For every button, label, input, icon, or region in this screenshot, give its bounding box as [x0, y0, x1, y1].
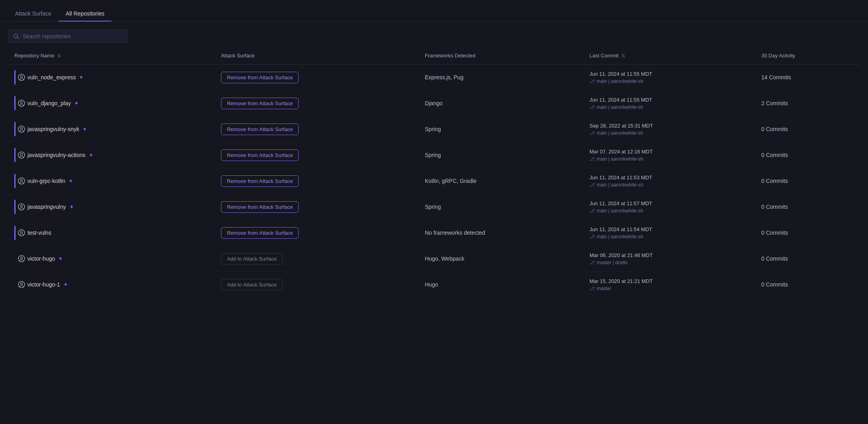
svg-point-11: [21, 179, 23, 181]
frameworks-text: Django: [425, 100, 442, 106]
repositories-table-wrapper: Repository Name ⇅ Attack Surface Framewo…: [0, 47, 868, 298]
remove-from-surface-button[interactable]: Remove from Attack Surface: [221, 98, 299, 109]
attack-surface-cell: Remove from Attack Surface: [215, 65, 418, 90]
attack-surface-cell: Remove from Attack Surface: [215, 168, 418, 194]
attack-surface-cell: Remove from Attack Surface: [215, 142, 418, 168]
sort-icon-commit: ⇅: [622, 53, 625, 59]
commit-date: Jun 11, 2024 at 11:57 MDT: [589, 200, 749, 206]
commit-date: Jun 11, 2024 at 11:55 MDT: [589, 97, 749, 103]
add-to-surface-button[interactable]: Add to Attack Surface: [221, 253, 283, 265]
frameworks-cell: Spring: [418, 142, 583, 168]
commit-info: Mar 07, 2024 at 12:16 MDT ⎇ main | aaron…: [589, 149, 749, 162]
commit-info: Jun 11, 2024 at 11:57 MDT ⎇ main | aaron…: [589, 200, 749, 214]
branch-icon: ⎇: [589, 208, 595, 214]
app-container: Attack Surface All Repositories Reposito…: [0, 0, 868, 298]
commit-info: Jun 11, 2024 at 11:55 MDT ⎇ main | aaron…: [589, 97, 749, 110]
in-surface-indicator: [14, 200, 16, 214]
table-row: victor-hugo ✦ Add to Attack SurfaceHugo,…: [8, 246, 860, 272]
repo-name-cell: javaspringvulny-snyk ✦: [8, 116, 215, 142]
tab-all-repositories[interactable]: All Repositories: [59, 6, 111, 22]
github-icon: [18, 100, 25, 107]
sparkle-icon: ✦: [69, 204, 74, 210]
attack-surface-cell: Remove from Attack Surface: [215, 116, 418, 142]
search-container: [0, 22, 868, 47]
repo-name-wrapper: vuln_django_play ✦: [14, 96, 208, 110]
github-icon: [18, 126, 25, 133]
repo-name-text: javaspringvulny-actions: [27, 152, 86, 158]
activity-cell: 0 Commits: [755, 272, 860, 298]
frameworks-cell: Spring: [418, 194, 583, 220]
commit-info: Jun 11, 2024 at 11:55 MDT ⎇ main | aaron…: [589, 71, 749, 84]
commit-date: Jun 11, 2024 at 11:54 MDT: [589, 226, 749, 232]
svg-point-5: [21, 102, 23, 104]
github-icon: [18, 229, 25, 236]
repo-name-cell: victor-hugo ✦: [8, 246, 215, 272]
remove-from-surface-button[interactable]: Remove from Attack Surface: [221, 227, 299, 239]
remove-from-surface-button[interactable]: Remove from Attack Surface: [221, 201, 299, 213]
commit-branch: ⎇ main | aaronkwhite-sh: [589, 208, 749, 214]
table-row: victor-hugo-1 ✦ Add to Attack SurfaceHug…: [8, 272, 860, 298]
col-repo-name[interactable]: Repository Name ⇅: [8, 47, 215, 65]
search-icon: [13, 33, 20, 39]
branch-icon: ⎇: [589, 104, 595, 110]
branch-icon: ⎇: [589, 234, 595, 239]
repo-name-wrapper: victor-hugo-1 ✦: [14, 277, 208, 292]
frameworks-text: Spring: [425, 204, 441, 210]
remove-from-surface-button[interactable]: Remove from Attack Surface: [221, 124, 299, 135]
remove-from-surface-button[interactable]: Remove from Attack Surface: [221, 175, 299, 187]
frameworks-text: Hugo: [425, 281, 438, 288]
commit-branch: ⎇ main | aaronkwhite-sh: [589, 156, 749, 162]
last-commit-cell: Mar 07, 2024 at 12:16 MDT ⎇ main | aaron…: [583, 142, 755, 168]
in-surface-indicator: [14, 174, 16, 188]
remove-from-surface-button[interactable]: Remove from Attack Surface: [221, 72, 299, 83]
activity-cell: 0 Commits: [755, 194, 860, 220]
commit-branch: ⎇ main | aaronkwhite-sh: [589, 79, 749, 84]
remove-from-surface-button[interactable]: Remove from Attack Surface: [221, 149, 299, 161]
repo-name-text: javaspringvulny-snyk: [27, 126, 79, 132]
branch-icon: ⎇: [589, 182, 595, 188]
table-row: javaspringvulny-actions ✦ Remove from At…: [8, 142, 860, 168]
tab-bar: Attack Surface All Repositories: [0, 0, 868, 22]
commit-date: Sep 28, 2022 at 15:31 MDT: [589, 123, 749, 129]
commit-branch: ⎇ master | dzello: [589, 260, 749, 265]
attack-surface-cell: Remove from Attack Surface: [215, 220, 418, 246]
attack-surface-cell: Add to Attack Surface: [215, 272, 418, 298]
attack-surface-cell: Remove from Attack Surface: [215, 194, 418, 220]
last-commit-cell: Jun 11, 2024 at 11:55 MDT ⎇ main | aaron…: [583, 65, 755, 90]
activity-cell: 0 Commits: [755, 246, 860, 272]
repo-name-text: vuln-grpc-kotlin: [27, 178, 65, 184]
commit-date: Jun 11, 2024 at 11:53 MDT: [589, 175, 749, 181]
search-input[interactable]: [23, 33, 122, 39]
commit-date: Mar 07, 2024 at 12:16 MDT: [589, 149, 749, 155]
table-row: vuln-grpc-kotlin ✦ Remove from Attack Su…: [8, 168, 860, 194]
commit-info: Jun 11, 2024 at 11:54 MDT ⎇ main | aaron…: [589, 226, 749, 239]
repo-name-text: test-vulns: [27, 230, 51, 236]
github-icon: [18, 151, 25, 159]
tab-attack-surface[interactable]: Attack Surface: [8, 6, 59, 22]
github-icon: [18, 255, 25, 262]
add-to-surface-button[interactable]: Add to Attack Surface: [221, 279, 283, 291]
repo-name-text: victor-hugo: [27, 255, 55, 262]
repo-name-wrapper: javaspringvulny ✦: [14, 200, 208, 214]
repo-name-wrapper: javaspringvulny-actions ✦: [14, 148, 208, 162]
frameworks-cell: Spring: [418, 116, 583, 142]
activity-text: 0 Commits: [761, 255, 788, 262]
commit-branch: ⎇ main | aaronkwhite-sh: [589, 182, 749, 188]
frameworks-cell: Hugo: [418, 272, 583, 298]
attack-surface-cell: Add to Attack Surface: [215, 246, 418, 272]
activity-text: 0 Commits: [761, 230, 788, 236]
table-header-row: Repository Name ⇅ Attack Surface Framewo…: [8, 47, 860, 65]
frameworks-cell: Hugo, Webpack: [418, 246, 583, 272]
commit-info: Mar 06, 2020 at 21:46 MDT ⎇ master | dze…: [589, 252, 749, 265]
repo-name-text: vuln_django_play: [27, 100, 71, 106]
activity-cell: 0 Commits: [755, 142, 860, 168]
col-last-commit[interactable]: Last Commit ⇅: [583, 47, 755, 65]
frameworks-text: Spring: [425, 126, 441, 132]
activity-text: 0 Commits: [761, 126, 788, 132]
repo-name-wrapper: vuln-grpc-kotlin ✦: [14, 174, 208, 188]
svg-point-15: [21, 231, 23, 233]
no-surface-indicator: [14, 277, 16, 292]
repo-name-cell: vuln-grpc-kotlin ✦: [8, 168, 215, 194]
sparkle-icon: ✦: [63, 281, 68, 288]
frameworks-text: Express.js, Pug: [425, 74, 463, 80]
